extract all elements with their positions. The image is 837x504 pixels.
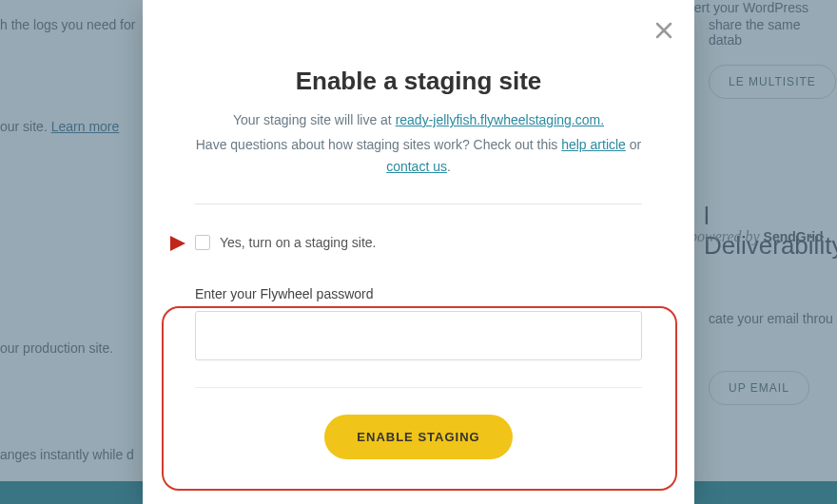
password-label: Enter your Flywheel password — [195, 286, 642, 301]
pointer-arrow-icon — [166, 232, 189, 259]
staging-checkbox-label: Yes, turn on a staging site. — [220, 235, 376, 250]
staging-checkbox[interactable] — [195, 235, 210, 250]
divider — [195, 204, 642, 204]
modal-title: Enable a staging site — [195, 67, 642, 96]
modal-subtext-1: Your staging site will live at ready-jel… — [195, 109, 642, 130]
contact-us-link[interactable]: contact us — [386, 159, 447, 174]
password-input[interactable] — [195, 311, 642, 360]
enable-staging-modal: Enable a staging site Your staging site … — [143, 0, 694, 504]
enable-staging-button[interactable]: ENABLE STAGING — [324, 415, 512, 459]
close-icon[interactable] — [654, 21, 673, 44]
divider-2 — [195, 387, 642, 388]
staging-url-link[interactable]: ready-jellyfish.flywheelstaging.com. — [396, 112, 604, 127]
modal-subtext-2: Have questions about how staging sites w… — [195, 134, 642, 177]
help-article-link[interactable]: help article — [561, 137, 626, 152]
staging-checkbox-row: Yes, turn on a staging site. — [195, 235, 642, 250]
